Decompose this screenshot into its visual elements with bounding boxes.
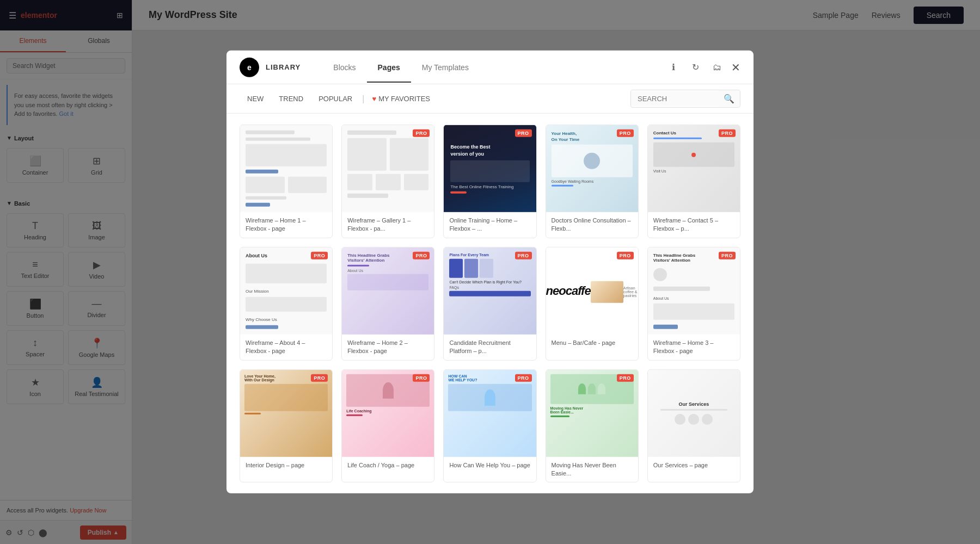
template-card[interactable]: Wireframe – Home 1 – Flexbox - page	[240, 125, 333, 238]
training-sub: The Best Online Fitness Training	[450, 184, 513, 189]
contact-title: Contact Us	[653, 131, 676, 135]
thumb-row	[347, 174, 428, 190]
interior-img	[244, 384, 328, 411]
template-card[interactable]: PRO HOW CANWE HELP YOU? How Can We Help …	[443, 369, 536, 483]
thumb-rect	[246, 144, 327, 166]
template-card[interactable]: PRO Moving Has NeverBeen Easie... Moving…	[546, 369, 639, 483]
training-btn	[450, 191, 467, 194]
wireframe-preview: About Us Our Mission Why Choose Us	[240, 248, 332, 335]
template-card[interactable]: PRO neocaffe Artisan coffee & pastries M…	[546, 247, 639, 361]
thumb-bar	[246, 196, 286, 200]
thumb-col	[246, 177, 285, 193]
plan-col	[480, 259, 493, 278]
home3-avatar	[653, 268, 667, 282]
person1	[578, 384, 586, 394]
template-card[interactable]: PRO Become the Bestversion of you The Be…	[443, 125, 536, 238]
template-name: Wireframe – Gallery 1 – Flexbox - pa...	[342, 212, 434, 238]
thumb-col	[288, 177, 327, 193]
medical-btn	[552, 185, 573, 187]
template-name: How Can We Help You – page	[444, 456, 536, 473]
tab-pages[interactable]: Pages	[367, 52, 411, 82]
coaching-title: Life Coaching	[346, 409, 371, 412]
moving-title: Moving Has NeverBeen Easie...	[550, 406, 584, 413]
template-card[interactable]: PRO Plans For Every Team Can't Decide Wh…	[443, 247, 536, 361]
template-thumb: PRO Contact Us Visit Us	[648, 125, 740, 212]
close-icon[interactable]: ✕	[731, 60, 740, 73]
filter-trend[interactable]: TREND	[271, 90, 311, 107]
template-card[interactable]: PRO This Headline GrabsVisitors' Attenti…	[647, 247, 740, 361]
pro-badge: PRO	[413, 129, 430, 137]
template-name: Wireframe – Home 1 – Flexbox - page	[240, 212, 332, 238]
pro-badge: PRO	[515, 252, 532, 259]
modal-filters: NEW TREND POPULAR | ♥ MY FAVORITES 🔍	[226, 84, 754, 114]
wireframe-preview	[240, 125, 332, 212]
template-name: Interior Design – page	[240, 456, 332, 473]
help-img	[448, 384, 531, 411]
coaching-btn	[346, 414, 363, 416]
template-name: Menu – Bar/Cafe - page	[546, 335, 638, 351]
template-card[interactable]: PRO About Us Our Mission Why Choose Us W…	[240, 247, 333, 361]
template-name: Wireframe – About 4 – Flexbox - page	[240, 335, 332, 360]
template-thumb: PRO Love Your Home,With Our Design	[240, 369, 332, 456]
service-icon-2	[688, 414, 699, 425]
template-card[interactable]: PRO Wireframe – Gallery 1 – Flexbox -	[341, 125, 434, 238]
template-name: Wireframe – Contact 5 – Flexbox – p...	[648, 212, 740, 238]
template-thumb: PRO This Headline GrabsVisitors' Attenti…	[342, 248, 434, 335]
thumb-row	[246, 177, 327, 193]
thumb-bar	[246, 131, 295, 134]
template-grid: Wireframe – Home 1 – Flexbox - page PRO	[226, 114, 754, 493]
person-silhouette	[383, 382, 394, 398]
pro-badge: PRO	[719, 252, 736, 259]
refresh-icon[interactable]: ↻	[688, 59, 703, 75]
template-thumb: PRO Life Coaching	[342, 369, 434, 456]
filter-new[interactable]: NEW	[240, 90, 271, 107]
template-name: Our Services – page	[648, 456, 740, 473]
filter-popular[interactable]: POPULAR	[311, 90, 360, 107]
home2-line	[347, 265, 369, 267]
template-thumb: PRO Plans For Every Team Can't Decide Wh…	[444, 248, 536, 335]
template-card[interactable]: PRO Contact Us Visit Us Wireframe – Cont…	[647, 125, 740, 238]
faqs-label: FAQs	[449, 286, 459, 289]
home2-rect	[347, 274, 428, 290]
services-line	[660, 409, 727, 411]
template-thumb: PRO Become the Bestversion of you The Be…	[444, 125, 536, 212]
thumb-row	[347, 138, 428, 171]
template-thumb: Our Services	[648, 369, 740, 456]
thumb-bar	[246, 325, 278, 329]
tab-blocks[interactable]: Blocks	[322, 52, 366, 82]
about-label: About Us	[347, 269, 363, 273]
template-thumb: PRO This Headline GrabsVisitors' Attenti…	[648, 248, 740, 335]
template-card[interactable]: PRO Life Coaching Life Coach / Yoga – pa…	[341, 369, 434, 483]
template-name: Wireframe – Home 2 – Flexbox - page	[342, 335, 434, 360]
template-card[interactable]: PRO Love Your Home,With Our Design Inter…	[240, 369, 333, 483]
template-search-input[interactable]	[631, 91, 718, 106]
map-pin-icon	[691, 152, 696, 157]
recruitment-title: Plans For Every Team	[449, 253, 489, 257]
pro-badge: PRO	[617, 374, 634, 381]
plans-row	[449, 259, 493, 278]
pro-badge: PRO	[311, 374, 328, 381]
doctor-avatar	[584, 153, 600, 169]
modal-tabs: Blocks Pages My Templates	[322, 52, 480, 82]
thumb-bar	[347, 131, 396, 135]
my-favorites-button[interactable]: ♥ MY FAVORITES	[366, 90, 436, 107]
tab-my-templates[interactable]: My Templates	[411, 52, 480, 82]
heart-icon: ♥	[372, 95, 376, 103]
template-card[interactable]: PRO Your Health,On Your Time Goodbye Wai…	[546, 125, 639, 238]
modal-header: e LIBRARY Blocks Pages My Templates ℹ ↻ …	[226, 51, 754, 84]
pro-badge: PRO	[413, 252, 430, 259]
template-card[interactable]: Our Services Our Services – page	[647, 369, 740, 483]
medical-img	[552, 145, 633, 177]
thumb-bar	[653, 325, 678, 329]
why-label: Why Choose Us	[246, 317, 327, 322]
template-card[interactable]: PRO This Headline GrabsVisitors' Attenti…	[341, 247, 434, 361]
thumb-rect	[246, 264, 327, 283]
thumb-bar	[653, 287, 710, 291]
thumb-rect	[653, 304, 734, 320]
help-icon[interactable]: ℹ	[666, 59, 681, 75]
moving-btn	[550, 415, 569, 417]
wireframe-preview: This Headline GrabsVisitors' Attention A…	[648, 248, 740, 335]
folder-icon[interactable]: 🗂	[709, 59, 725, 75]
thumb-col	[390, 138, 429, 171]
template-name: Moving Has Never Been Easie...	[546, 456, 638, 482]
